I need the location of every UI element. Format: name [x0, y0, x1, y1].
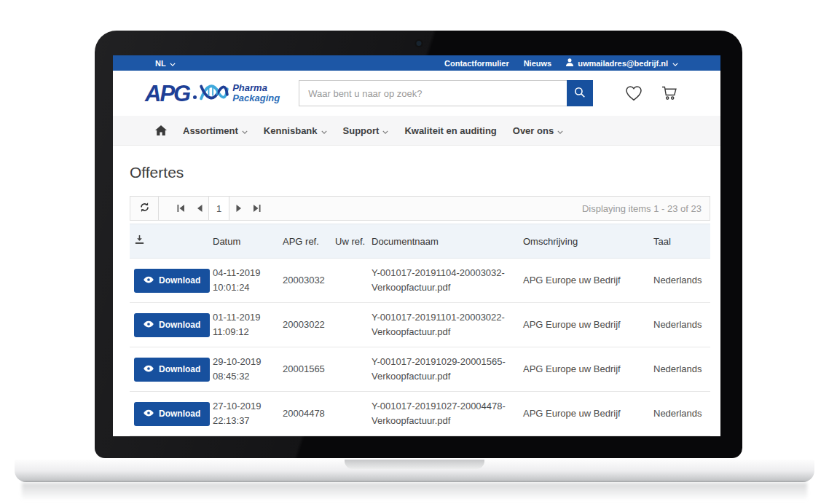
cell-datum-date: 29-10-2019	[213, 356, 262, 367]
cell-apg-ref: 20001565	[283, 347, 335, 392]
cell-datum-date: 27-10-2019	[213, 401, 262, 412]
cell-taal: Nederlands	[653, 303, 710, 347]
logo-tagline-line2: Packaging	[232, 92, 280, 103]
last-page-icon	[253, 202, 261, 215]
chevron-down-icon	[557, 125, 563, 136]
refresh-button[interactable]	[130, 197, 159, 220]
home-icon[interactable]	[155, 125, 167, 135]
main-nav-items: Assortiment Kennisbank Support Kwaliteit…	[183, 125, 563, 136]
cell-datum: 27-10-2019 22:13:37	[213, 392, 283, 436]
nav-item-kennisbank[interactable]: Kennisbank	[264, 125, 327, 136]
next-page-icon	[236, 202, 242, 215]
logo-dot	[193, 95, 197, 99]
download-button[interactable]: Download	[134, 402, 210, 426]
nav-item-kwaliteit-en-auditing[interactable]: Kwaliteit en auditing	[404, 125, 496, 136]
language-label: NL	[155, 59, 166, 68]
topbar-link-contactformulier[interactable]: Contactformulier	[444, 59, 509, 68]
cell-datum: 29-10-2019 08:45:32	[213, 347, 283, 392]
column-header-uw-ref: Uw ref.	[335, 224, 372, 259]
table-body: Download 04-11-2019 10:01:24 20003032 Y-…	[130, 259, 710, 436]
page-background: NL Contactformulier Nieuws uwmailadres@b…	[0, 0, 829, 504]
cell-datum-date: 01-11-2019	[213, 312, 261, 323]
company-logo[interactable]: APG Pharma Packaging	[145, 80, 280, 106]
nav-item-label: Kennisbank	[264, 125, 318, 136]
cell-datum-date: 04-11-2019	[213, 267, 261, 278]
nav-item-assortiment[interactable]: Assortiment	[183, 125, 248, 136]
cell-datum: 04-11-2019 10:01:24	[213, 259, 283, 303]
search-bar	[299, 80, 593, 106]
user-account-menu[interactable]: uwmailadres@bedrijf.nl	[566, 58, 678, 68]
table-row: Download 29-10-2019 08:45:32 20001565 Y-…	[130, 347, 710, 392]
eye-icon	[144, 320, 154, 330]
user-icon	[566, 58, 573, 68]
refresh-icon	[139, 202, 150, 216]
site-header: APG Pharma Packaging	[113, 71, 720, 116]
cell-datum: 01-11-2019 11:09:12	[213, 303, 283, 347]
current-page-button[interactable]: 1	[208, 197, 229, 220]
webcam-icon	[416, 41, 421, 46]
nav-item-label: Kwaliteit en auditing	[404, 125, 496, 136]
cell-omschrijving: APG Europe uw Bedrijf	[523, 347, 653, 392]
grid-pager: 1 Displaying items 1 - 23 of 23	[130, 196, 710, 221]
nav-item-support[interactable]: Support	[343, 125, 389, 136]
nav-item-over-ons[interactable]: Over ons	[513, 125, 563, 136]
documents-table: Datum APG ref. Uw ref. Documentnaam Omsc…	[130, 224, 710, 436]
cell-apg-ref: 20004478	[283, 392, 335, 436]
laptop-reflection	[22, 483, 807, 500]
cell-datum-time: 08:45:32	[213, 369, 277, 384]
chevron-down-icon	[672, 59, 678, 68]
search-button[interactable]	[567, 80, 593, 106]
column-header-download	[130, 224, 213, 259]
table-header-row: Datum APG ref. Uw ref. Documentnaam Omsc…	[130, 224, 710, 259]
user-email: uwmailadres@bedrijf.nl	[578, 59, 668, 68]
laptop-screen: NL Contactformulier Nieuws uwmailadres@b…	[113, 55, 720, 436]
eye-icon	[144, 409, 154, 419]
column-header-documentnaam: Documentnaam	[372, 224, 523, 259]
download-button[interactable]: Download	[134, 269, 210, 293]
download-button-label: Download	[159, 320, 200, 330]
laptop-frame: NL Contactformulier Nieuws uwmailadres@b…	[95, 31, 742, 458]
cell-uw-ref	[335, 303, 372, 347]
table-row: Download 04-11-2019 10:01:24 20003032 Y-…	[130, 259, 710, 303]
chevron-down-icon	[242, 125, 248, 136]
cell-datum-time: 11:09:12	[213, 325, 277, 339]
shopping-cart-icon[interactable]	[661, 85, 678, 101]
main-content: Offertes	[113, 164, 720, 436]
next-page-button[interactable]	[229, 197, 248, 220]
page-title: Offertes	[130, 164, 710, 181]
logo-tagline-line1: Pharma	[232, 82, 267, 93]
table-row: Download 27-10-2019 22:13:37 20004478 Y-…	[130, 392, 710, 436]
download-button[interactable]: Download	[134, 358, 210, 382]
previous-page-button[interactable]	[190, 197, 208, 220]
cell-omschrijving: APG Europe uw Bedrijf	[523, 392, 653, 436]
last-page-button[interactable]	[248, 197, 266, 220]
column-header-apg-ref: APG ref.	[283, 224, 335, 259]
pager-status: Displaying items 1 - 23 of 23	[582, 203, 702, 214]
first-page-button[interactable]	[172, 197, 190, 220]
nav-item-label: Assortiment	[183, 125, 238, 136]
topbar-link-nieuws[interactable]: Nieuws	[524, 59, 552, 68]
previous-page-icon	[197, 202, 203, 215]
cell-documentnaam: Y-001017-20191027-20004478-Verkoopfactuu…	[372, 392, 523, 436]
cell-uw-ref	[335, 347, 372, 392]
dna-helix-icon	[199, 80, 229, 106]
eye-icon	[144, 275, 154, 286]
cell-omschrijving: APG Europe uw Bedrijf	[523, 303, 653, 347]
cell-documentnaam: Y-001017-20191101-20003022-Verkoopfactuu…	[372, 303, 523, 347]
download-button[interactable]: Download	[134, 313, 210, 337]
wishlist-heart-icon[interactable]	[625, 85, 643, 101]
nav-item-label: Over ons	[513, 125, 554, 136]
chevron-down-icon	[170, 59, 176, 68]
download-button-label: Download	[159, 409, 200, 419]
laptop-base-notch	[345, 460, 484, 469]
first-page-icon	[177, 202, 185, 215]
search-input[interactable]	[299, 80, 567, 106]
column-header-taal: Taal	[653, 224, 710, 259]
cell-taal: Nederlands	[653, 259, 710, 303]
table-row: Download 01-11-2019 11:09:12 20003022 Y-…	[130, 303, 710, 347]
column-header-datum: Datum	[213, 224, 283, 259]
main-nav: Assortiment Kennisbank Support Kwaliteit…	[113, 116, 720, 146]
language-selector[interactable]: NL	[155, 59, 176, 68]
cell-apg-ref: 20003022	[283, 303, 335, 347]
cell-taal: Nederlands	[653, 392, 710, 436]
